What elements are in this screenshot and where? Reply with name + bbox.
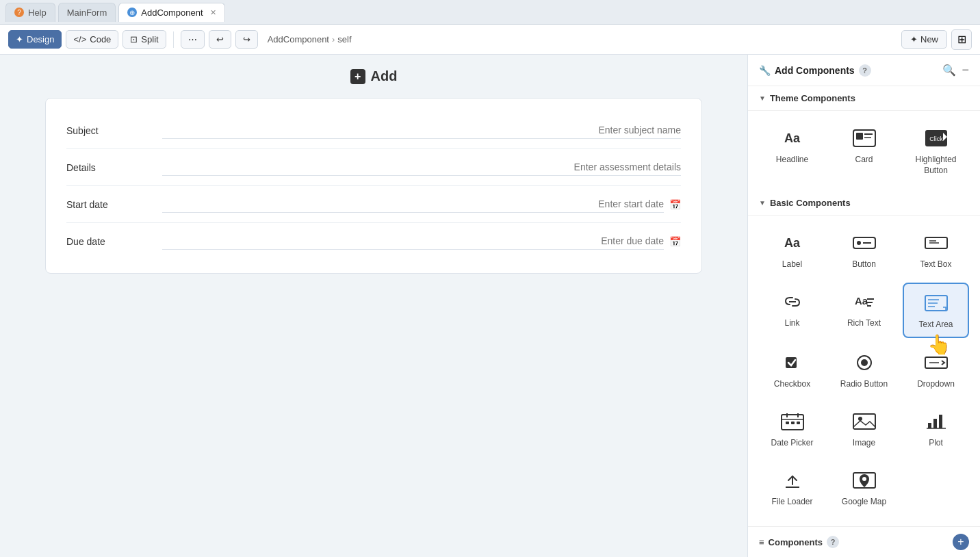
basic-components-section-header[interactable]: ▼ Basic Components bbox=[748, 191, 980, 216]
calendar-icon[interactable]: 📅 bbox=[669, 199, 681, 210]
svg-rect-39 bbox=[933, 419, 937, 428]
toolbar-separator-1 bbox=[173, 31, 174, 48]
layout-icon: ⊞ bbox=[957, 33, 966, 46]
design-button[interactable]: ✦ Design bbox=[8, 30, 62, 49]
component-text-box[interactable]: Text Box bbox=[903, 224, 969, 277]
component-image[interactable]: Image bbox=[831, 402, 897, 456]
basic-section-label: Basic Components bbox=[770, 198, 851, 208]
add-icon: + bbox=[350, 69, 365, 84]
form-label: Start date bbox=[66, 199, 162, 210]
plot-label: Plot bbox=[929, 438, 943, 449]
theme-components-section-header[interactable]: ▼ Theme Components bbox=[748, 86, 980, 111]
google-map-icon bbox=[850, 468, 879, 493]
undo-button[interactable]: ↩ bbox=[209, 30, 231, 49]
form-input-wrapper: 📅 bbox=[162, 196, 681, 213]
ellipsis-button[interactable]: ⋯ bbox=[181, 30, 205, 49]
split-button[interactable]: ⊡ Split bbox=[122, 30, 166, 49]
main-area: + Add SubjectDetailsStart date📅Due date📅… bbox=[0, 55, 980, 557]
headline-icon: Aa bbox=[778, 126, 807, 151]
card-icon bbox=[850, 126, 879, 151]
help-tab-label: Help bbox=[28, 8, 47, 18]
google-map-label: Google Map bbox=[842, 497, 886, 508]
component-file-loader[interactable]: File Loader bbox=[759, 461, 825, 515]
component-card[interactable]: Card bbox=[831, 119, 897, 183]
new-button[interactable]: ✦ New bbox=[901, 30, 947, 49]
component-plot[interactable]: Plot bbox=[903, 402, 969, 456]
components-panel-label: Components bbox=[769, 537, 823, 547]
breadcrumb: AddComponent › self bbox=[268, 34, 352, 44]
button-label: Button bbox=[852, 259, 876, 270]
label-label: Label bbox=[782, 259, 802, 270]
rich-text-label: Rich Text bbox=[847, 318, 881, 329]
text-area-icon bbox=[922, 291, 951, 315]
component-google-map[interactable]: Google Map bbox=[831, 461, 897, 515]
svg-text:Aa: Aa bbox=[784, 131, 801, 145]
component-link[interactable]: Link bbox=[759, 283, 825, 339]
image-label: Image bbox=[853, 438, 875, 449]
checkbox-label: Checkbox bbox=[774, 379, 810, 390]
mainform-tab-label: MainForm bbox=[67, 8, 107, 18]
tab-help[interactable]: ? Help bbox=[5, 3, 55, 22]
highlighted-button-icon: Click bbox=[922, 126, 951, 151]
panel-title-icon: 🔧 bbox=[759, 65, 771, 76]
component-headline[interactable]: Aa Headline bbox=[759, 119, 825, 183]
card-label: Card bbox=[855, 155, 873, 166]
form-input-wrapper bbox=[162, 159, 681, 176]
bottom-panel-title: ≡ Components ? bbox=[759, 536, 839, 548]
svg-rect-33 bbox=[786, 422, 789, 424]
component-checkbox[interactable]: Checkbox bbox=[759, 344, 825, 397]
collapse-icon[interactable]: − bbox=[962, 63, 969, 77]
component-label[interactable]: Aa Label bbox=[759, 224, 825, 277]
dropdown-icon bbox=[922, 350, 951, 375]
component-button[interactable]: Button bbox=[831, 224, 897, 277]
component-dropdown[interactable]: Dropdown bbox=[903, 344, 969, 397]
canvas-title-text: Add bbox=[371, 68, 398, 84]
form-row: Due date📅 bbox=[66, 223, 681, 259]
tab-mainform[interactable]: MainForm bbox=[58, 3, 116, 22]
calendar-icon[interactable]: 📅 bbox=[669, 236, 681, 247]
add-component-button[interactable]: + bbox=[953, 534, 969, 550]
components-help-icon[interactable]: ? bbox=[827, 536, 839, 548]
code-label: Code bbox=[90, 34, 111, 44]
split-label: Split bbox=[141, 34, 158, 44]
form-input[interactable] bbox=[162, 159, 681, 176]
help-tab-icon: ? bbox=[14, 8, 24, 17]
panel-header: 🔧 Add Components ? 🔍 − bbox=[748, 55, 980, 86]
link-label: Link bbox=[784, 318, 799, 329]
code-button[interactable]: </> Code bbox=[66, 30, 118, 49]
file-loader-label: File Loader bbox=[771, 497, 812, 508]
component-highlighted-button[interactable]: Click Highlighted Button bbox=[903, 119, 969, 183]
component-radio-button[interactable]: Radio Button bbox=[831, 344, 897, 397]
theme-section-label: Theme Components bbox=[770, 93, 855, 103]
redo-button[interactable]: ↪ bbox=[235, 30, 258, 49]
panel-actions: 🔍 − bbox=[942, 63, 969, 77]
new-label: ✦ New bbox=[910, 34, 938, 44]
form-input[interactable] bbox=[162, 196, 664, 213]
radio-button-label: Radio Button bbox=[840, 379, 888, 390]
form-label: Due date bbox=[66, 236, 162, 247]
component-date-picker[interactable]: Date Picker bbox=[759, 402, 825, 456]
panel-content: ▼ Theme Components Aa Headline bbox=[748, 86, 980, 526]
image-icon bbox=[850, 409, 879, 434]
svg-text:Click: Click bbox=[929, 135, 943, 142]
component-rich-text[interactable]: Aa Rich Text bbox=[831, 283, 897, 339]
tab-addcomponent[interactable]: ⊕ AddComponent ✕ bbox=[118, 3, 224, 22]
form-row: Details bbox=[66, 149, 681, 186]
form-input[interactable] bbox=[162, 233, 664, 250]
form-input[interactable] bbox=[162, 122, 681, 139]
breadcrumb-path: self bbox=[337, 34, 351, 44]
svg-rect-2 bbox=[856, 133, 863, 140]
date-picker-icon bbox=[778, 409, 807, 434]
panel-help-icon[interactable]: ? bbox=[859, 64, 871, 77]
search-icon[interactable]: 🔍 bbox=[942, 64, 956, 77]
text-area-label: Text Area bbox=[918, 320, 953, 331]
toolbar: ✦ Design </> Code ⊡ Split ⋯ ↩ ↪ AddCompo… bbox=[0, 25, 980, 55]
svg-rect-35 bbox=[797, 422, 800, 424]
panel-title-text: Add Components bbox=[775, 65, 855, 76]
component-text-area[interactable]: Text Area bbox=[903, 283, 969, 339]
date-picker-label: Date Picker bbox=[771, 438, 813, 449]
addcomponent-tab-close[interactable]: ✕ bbox=[210, 8, 216, 17]
layout-button[interactable]: ⊞ bbox=[951, 29, 972, 50]
button-icon bbox=[850, 231, 879, 255]
svg-rect-40 bbox=[939, 415, 942, 428]
